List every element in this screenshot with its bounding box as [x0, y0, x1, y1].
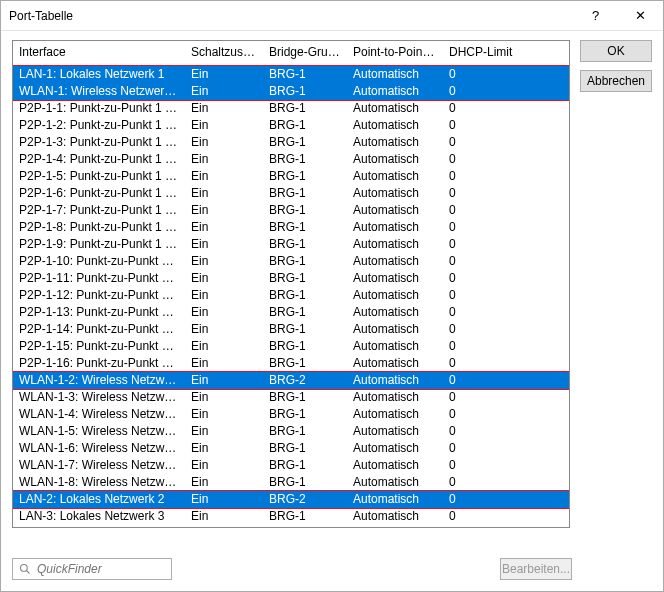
cell-sz: Ein [185, 287, 263, 304]
cell-sz: Ein [185, 457, 263, 474]
table-row[interactable]: P2P-1-8: Punkt-zu-Punkt 1 - 8EinBRG-1Aut… [13, 219, 569, 236]
window-title: Port-Tabelle [9, 9, 573, 23]
cell-sz: Ein [185, 389, 263, 406]
cell-sz: Ein [185, 202, 263, 219]
cell-p2p: Automatisch [347, 372, 443, 389]
cell-sz: Ein [185, 185, 263, 202]
cancel-button[interactable]: Abbrechen [580, 70, 652, 92]
col-header-interface[interactable]: Interface [13, 41, 185, 66]
table-row[interactable]: P2P-1-1: Punkt-zu-Punkt 1 - 1EinBRG-1Aut… [13, 100, 569, 117]
table-row[interactable]: P2P-1-2: Punkt-zu-Punkt 1 - 2EinBRG-1Aut… [13, 117, 569, 134]
table-row[interactable]: LAN-2: Lokales Netzwerk 2EinBRG-2Automat… [13, 491, 569, 508]
table-row[interactable]: P2P-1-15: Punkt-zu-Punkt 1 - 15EinBRG-1A… [13, 338, 569, 355]
cell-p2p: Automatisch [347, 508, 443, 525]
svg-point-0 [21, 565, 28, 572]
cell-iface: P2P-1-1: Punkt-zu-Punkt 1 - 1 [13, 100, 185, 117]
table-row[interactable]: WLAN-1-3: Wireless Netzwerk 3EinBRG-1Aut… [13, 389, 569, 406]
cell-dhcp: 0 [443, 457, 569, 474]
table-row[interactable]: P2P-1-11: Punkt-zu-Punkt 1 - 11EinBRG-1A… [13, 270, 569, 287]
close-button[interactable]: ✕ [618, 1, 663, 30]
cell-dhcp: 0 [443, 185, 569, 202]
cell-p2p: Automatisch [347, 236, 443, 253]
port-table: Interface Schaltzustand Bridge-Gruppe Po… [12, 40, 570, 528]
cell-sz: Ein [185, 304, 263, 321]
cell-iface: WLAN-1: Wireless Netzwerk 1 [13, 83, 185, 100]
cell-dhcp: 0 [443, 423, 569, 440]
cell-brg: BRG-1 [263, 83, 347, 100]
cell-iface: P2P-1-5: Punkt-zu-Punkt 1 - 5 [13, 168, 185, 185]
cell-dhcp: 0 [443, 508, 569, 525]
table-row[interactable]: WLAN-1-2: Wireless Netzwerk 2EinBRG-2Aut… [13, 372, 569, 389]
cell-dhcp: 0 [443, 491, 569, 508]
table-row[interactable]: P2P-1-6: Punkt-zu-Punkt 1 - 6EinBRG-1Aut… [13, 185, 569, 202]
table-row[interactable]: P2P-1-13: Punkt-zu-Punkt 1 - 13EinBRG-1A… [13, 304, 569, 321]
cell-brg: BRG-1 [263, 151, 347, 168]
col-header-schaltzustand[interactable]: Schaltzustand [185, 41, 263, 66]
cell-p2p: Automatisch [347, 474, 443, 491]
cell-sz: Ein [185, 508, 263, 525]
table-row[interactable]: P2P-1-16: Punkt-zu-Punkt 1 - 16EinBRG-1A… [13, 355, 569, 372]
cell-sz: Ein [185, 100, 263, 117]
cell-sz: Ein [185, 372, 263, 389]
table-row[interactable]: P2P-1-12: Punkt-zu-Punkt 1 - 12EinBRG-1A… [13, 287, 569, 304]
table-row[interactable]: P2P-1-5: Punkt-zu-Punkt 1 - 5EinBRG-1Aut… [13, 168, 569, 185]
cell-iface: P2P-1-15: Punkt-zu-Punkt 1 - 15 [13, 338, 185, 355]
ok-button[interactable]: OK [580, 40, 652, 62]
table-row[interactable]: WLAN-1-4: Wireless Netzwerk 4EinBRG-1Aut… [13, 406, 569, 423]
cell-brg: BRG-1 [263, 185, 347, 202]
cell-brg: BRG-1 [263, 219, 347, 236]
table-row[interactable]: P2P-1-14: Punkt-zu-Punkt 1 - 14EinBRG-1A… [13, 321, 569, 338]
cell-brg: BRG-1 [263, 525, 347, 527]
cell-dhcp: 0 [443, 372, 569, 389]
cell-brg: BRG-1 [263, 440, 347, 457]
cell-dhcp: 0 [443, 474, 569, 491]
table-row[interactable]: WLAN-1-8: Wireless Netzwerk 8EinBRG-1Aut… [13, 474, 569, 491]
table-row[interactable]: P2P-1-9: Punkt-zu-Punkt 1 - 9EinBRG-1Aut… [13, 236, 569, 253]
cell-p2p: Automatisch [347, 525, 443, 527]
table-row[interactable]: P2P-1-10: Punkt-zu-Punkt 1 - 10EinBRG-1A… [13, 253, 569, 270]
cell-iface: WLAN-1-4: Wireless Netzwerk 4 [13, 406, 185, 423]
cell-iface: P2P-1-12: Punkt-zu-Punkt 1 - 12 [13, 287, 185, 304]
table-row[interactable]: LAN-4: Lokales Netzwerk 4EinBRG-1Automat… [13, 525, 569, 527]
col-header-bridge-gruppe[interactable]: Bridge-Gruppe [263, 41, 347, 66]
table-row[interactable]: WLAN-1-6: Wireless Netzwerk 6EinBRG-1Aut… [13, 440, 569, 457]
cell-sz: Ein [185, 338, 263, 355]
table-row[interactable]: P2P-1-3: Punkt-zu-Punkt 1 - 3EinBRG-1Aut… [13, 134, 569, 151]
help-button[interactable]: ? [573, 1, 618, 30]
cell-brg: BRG-1 [263, 287, 347, 304]
cell-p2p: Automatisch [347, 100, 443, 117]
cell-dhcp: 0 [443, 270, 569, 287]
cell-brg: BRG-1 [263, 117, 347, 134]
cell-iface: P2P-1-14: Punkt-zu-Punkt 1 - 14 [13, 321, 185, 338]
edit-button[interactable]: Bearbeiten... [500, 558, 572, 580]
cell-dhcp: 0 [443, 100, 569, 117]
cell-brg: BRG-1 [263, 338, 347, 355]
cell-p2p: Automatisch [347, 389, 443, 406]
quickfinder-field[interactable] [12, 558, 172, 580]
table-row[interactable]: P2P-1-7: Punkt-zu-Punkt 1 - 7EinBRG-1Aut… [13, 202, 569, 219]
table-row[interactable]: WLAN-1-5: Wireless Netzwerk 5EinBRG-1Aut… [13, 423, 569, 440]
quickfinder-input[interactable] [35, 561, 165, 577]
cell-dhcp: 0 [443, 168, 569, 185]
cell-brg: BRG-1 [263, 134, 347, 151]
svg-line-1 [27, 571, 30, 574]
cell-dhcp: 0 [443, 151, 569, 168]
table-row[interactable]: WLAN-1: Wireless Netzwerk 1EinBRG-1Autom… [13, 83, 569, 100]
cell-p2p: Automatisch [347, 491, 443, 508]
table-row[interactable]: LAN-3: Lokales Netzwerk 3EinBRG-1Automat… [13, 508, 569, 525]
cell-sz: Ein [185, 406, 263, 423]
cell-dhcp: 0 [443, 304, 569, 321]
cell-p2p: Automatisch [347, 457, 443, 474]
cell-dhcp: 0 [443, 117, 569, 134]
table-row[interactable]: P2P-1-4: Punkt-zu-Punkt 1 - 4EinBRG-1Aut… [13, 151, 569, 168]
cell-dhcp: 0 [443, 253, 569, 270]
cell-p2p: Automatisch [347, 151, 443, 168]
table-row[interactable]: WLAN-1-7: Wireless Netzwerk 7EinBRG-1Aut… [13, 457, 569, 474]
cell-p2p: Automatisch [347, 66, 443, 84]
col-header-p2p-port[interactable]: Point-to-Point Port [347, 41, 443, 66]
cell-iface: WLAN-1-3: Wireless Netzwerk 3 [13, 389, 185, 406]
col-header-dhcp-limit[interactable]: DHCP-Limit [443, 41, 569, 66]
cell-p2p: Automatisch [347, 406, 443, 423]
table-row[interactable]: LAN-1: Lokales Netzwerk 1EinBRG-1Automat… [13, 66, 569, 84]
cell-dhcp: 0 [443, 389, 569, 406]
